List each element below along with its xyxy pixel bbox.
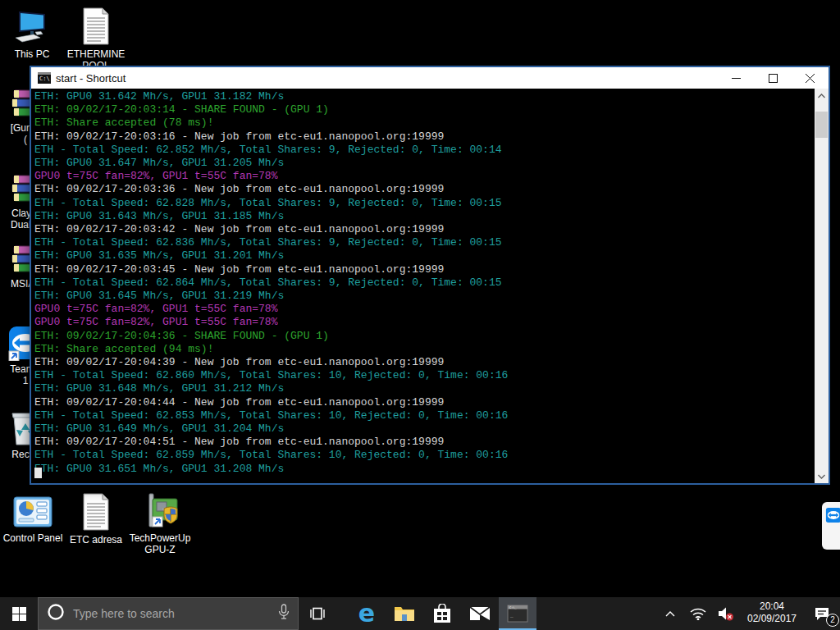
notification-badge: 2 bbox=[826, 614, 839, 627]
console-line: ETH: 09/02/17-20:04:36 - SHARE FOUND - (… bbox=[34, 330, 813, 343]
window-title: start - Shortcut bbox=[56, 72, 718, 84]
cortana-icon bbox=[47, 603, 65, 624]
console-line: ETH - Total Speed: 62.859 Mh/s, Total Sh… bbox=[34, 449, 813, 462]
chevron-up-icon bbox=[818, 94, 825, 98]
clock[interactable]: 20:04 02/09/2017 bbox=[740, 597, 804, 630]
store-icon bbox=[433, 604, 451, 623]
console-line: ETH: GPU0 31.651 Mh/s, GPU1 31.208 Mh/s bbox=[34, 463, 813, 476]
microphone-icon[interactable] bbox=[278, 604, 290, 623]
clock-time: 20:04 bbox=[740, 600, 804, 613]
scrollbar-thumb[interactable] bbox=[815, 112, 828, 138]
svg-text:C:\_: C:\_ bbox=[509, 606, 517, 609]
console-output: ETH: GPU0 31.642 Mh/s, GPU1 31.182 Mh/sE… bbox=[34, 90, 813, 476]
desktop-icon-label: This PC bbox=[15, 48, 50, 60]
console-window: C:\ start - Shortcut ETH: GPU0 31.642 Mh… bbox=[30, 66, 830, 485]
scrollbar[interactable] bbox=[815, 89, 829, 483]
search-input[interactable]: Type here to search bbox=[38, 597, 299, 630]
minimize-icon bbox=[732, 74, 741, 83]
chevron-down-icon bbox=[818, 474, 825, 479]
chevron-up-icon bbox=[665, 610, 675, 617]
console-line: ETH: 09/02/17-20:03:45 - New job from et… bbox=[34, 263, 813, 276]
console-line: ETH: 09/02/17-20:03:42 - New job from et… bbox=[34, 223, 813, 236]
console-line: GPU0 t=75C fan=82%, GPU1 t=55C fan=78% bbox=[34, 316, 813, 329]
console-line: ETH: 09/02/17-20:04:39 - New job from et… bbox=[34, 356, 813, 369]
desktop-icon-etc-adresa[interactable]: ETC adresa bbox=[69, 492, 123, 546]
console-line: ETH: 09/02/17-20:04:51 - New job from et… bbox=[34, 436, 813, 449]
console-line: ETH: Share accepted (78 ms)! bbox=[34, 116, 813, 130]
svg-text:_: _ bbox=[510, 611, 514, 618]
console-line: ETH: 09/02/17-20:04:44 - New job from et… bbox=[34, 396, 813, 409]
svg-text:C:\: C:\ bbox=[39, 75, 50, 82]
volume-button[interactable] bbox=[712, 597, 740, 630]
console-line: ETH - Total Speed: 62.828 Mh/s, Total Sh… bbox=[34, 197, 813, 210]
mail-icon bbox=[469, 606, 491, 621]
maximize-button[interactable] bbox=[755, 67, 792, 89]
close-icon bbox=[806, 74, 815, 83]
desktop-icon-label: TechPowerUp GPU-Z bbox=[128, 532, 192, 555]
console-line: ETH: GPU0 31.642 Mh/s, GPU1 31.182 Mh/s bbox=[34, 90, 813, 103]
edge-icon: e bbox=[358, 601, 375, 626]
console-line: ETH: 09/02/17-20:03:16 - New job from et… bbox=[34, 130, 813, 144]
desktop-icon-gpuz[interactable]: TechPowerUp GPU-Z bbox=[128, 492, 192, 555]
computer-icon bbox=[12, 7, 52, 46]
document-icon bbox=[80, 7, 112, 46]
console-line: ETH: GPU0 31.635 Mh/s, GPU1 31.201 Mh/s bbox=[34, 249, 813, 262]
console-line: ETH - Total Speed: 62.852 Mh/s, Total Sh… bbox=[34, 144, 813, 157]
teamviewer-icon bbox=[825, 507, 840, 527]
minimize-button[interactable] bbox=[718, 67, 755, 89]
console-line: GPU0 t=75C fan=82%, GPU1 t=55C fan=78% bbox=[34, 170, 813, 183]
clock-date: 02/09/2017 bbox=[740, 613, 804, 625]
system-tray: 20:04 02/09/2017 2 bbox=[656, 597, 840, 630]
taskbar-edge-button[interactable]: e bbox=[348, 597, 386, 630]
console-line: ETH: GPU0 31.648 Mh/s, GPU1 31.212 Mh/s bbox=[34, 382, 813, 395]
maximize-icon bbox=[769, 74, 778, 83]
console-line: ETH - Total Speed: 62.853 Mh/s, Total Sh… bbox=[34, 409, 813, 422]
console-line: ETH: 09/02/17-20:03:36 - New job from et… bbox=[34, 183, 813, 196]
console-line: ETH: GPU0 31.645 Mh/s, GPU1 31.219 Mh/s bbox=[34, 290, 813, 303]
gpuz-icon bbox=[139, 492, 180, 530]
console-line: ETH - Total Speed: 62.860 Mh/s, Total Sh… bbox=[34, 369, 813, 382]
document-icon bbox=[80, 492, 112, 532]
windows-logo-icon bbox=[12, 607, 26, 621]
taskbar: Type here to search e bbox=[0, 597, 840, 630]
console-line: GPU0 t=75C fan=82%, GPU1 t=55C fan=78% bbox=[34, 303, 813, 316]
console-titlebar[interactable]: C:\ start - Shortcut bbox=[31, 67, 829, 89]
scroll-down-button[interactable] bbox=[815, 469, 829, 483]
wifi-icon bbox=[690, 607, 706, 620]
task-view-icon bbox=[309, 607, 326, 620]
taskbar-explorer-button[interactable] bbox=[386, 597, 423, 630]
start-button[interactable] bbox=[0, 597, 38, 630]
console-line: ETH: GPU0 31.647 Mh/s, GPU1 31.205 Mh/s bbox=[34, 157, 813, 170]
cmd-icon: C:\_ _ bbox=[507, 605, 528, 623]
console-line: ETH: GPU0 31.649 Mh/s, GPU1 31.204 Mh/s bbox=[34, 422, 813, 436]
desktop-icon-control-panel[interactable]: Control Panel bbox=[2, 494, 64, 544]
close-button[interactable] bbox=[792, 67, 829, 89]
speaker-muted-icon bbox=[718, 606, 734, 621]
wifi-button[interactable] bbox=[684, 597, 712, 630]
taskbar-store-button[interactable] bbox=[423, 597, 461, 630]
console-line: ETH - Total Speed: 62.836 Mh/s, Total Sh… bbox=[34, 236, 813, 249]
console-line: ETH: 09/02/17-20:03:14 - SHARE FOUND - (… bbox=[34, 103, 813, 116]
console-content[interactable]: ETH: GPU0 31.642 Mh/s, GPU1 31.182 Mh/sE… bbox=[31, 89, 829, 483]
desktop-icon-label: ETC adresa bbox=[70, 534, 122, 546]
task-view-button[interactable] bbox=[299, 597, 336, 630]
desktop-icon-this-pc[interactable]: This PC bbox=[5, 7, 59, 60]
control-panel-icon bbox=[12, 494, 53, 530]
action-center-button[interactable]: 2 bbox=[804, 597, 840, 630]
file-explorer-icon bbox=[394, 605, 415, 623]
taskbar-cmd-button[interactable]: C:\_ _ bbox=[499, 597, 536, 630]
console-line: ETH - Total Speed: 62.864 Mh/s, Total Sh… bbox=[34, 276, 813, 290]
teamviewer-flyout[interactable] bbox=[822, 502, 840, 550]
desktop-icon-ethermine-pool[interactable]: ETHERMINE POOL bbox=[67, 7, 125, 71]
tray-chevron-button[interactable] bbox=[656, 597, 684, 630]
scroll-up-button[interactable] bbox=[815, 89, 829, 103]
search-placeholder: Type here to search bbox=[73, 607, 278, 620]
cmd-icon: C:\ bbox=[38, 72, 51, 84]
console-cursor bbox=[34, 468, 42, 478]
console-line: ETH: GPU0 31.643 Mh/s, GPU1 31.185 Mh/s bbox=[34, 210, 813, 223]
console-line: ETH: Share accepted (94 ms)! bbox=[34, 343, 813, 356]
taskbar-mail-button[interactable] bbox=[461, 597, 499, 630]
desktop-icon-label: Control Panel bbox=[3, 532, 63, 544]
desktop: This PC ETHERMINE POOL bbox=[0, 0, 840, 630]
